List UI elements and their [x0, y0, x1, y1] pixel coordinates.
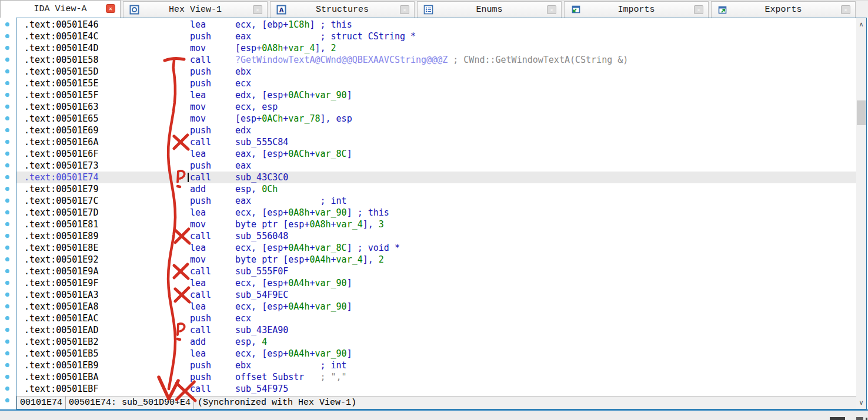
listing-row[interactable]: .text:00501E4Cpusheax ; struct CString *: [16, 31, 856, 42]
listing-row[interactable]: .text:00501E58call?GetWindowTextA@CWnd@@…: [16, 54, 856, 66]
listing-row[interactable]: .text:00501E5Dpushebx: [16, 66, 856, 78]
code-token: ecx, [esp+: [235, 207, 288, 218]
listing-row[interactable]: .text:00501E8Eleaecx, [esp+0A4h+var_8C] …: [16, 242, 856, 254]
number-token: var_8C: [315, 243, 346, 253]
row-operands: edx, [esp+0ACh+var_90]: [235, 89, 352, 101]
gutter-dot-icon: [5, 81, 9, 85]
row-mnemonic: call: [190, 324, 235, 336]
disassembly-main: .text:00501E46leaecx, [ebp+1C8h] ; this.…: [16, 18, 856, 409]
listing-row[interactable]: .text:00501EA8leaecx, [esp+0A4h+var_90]: [16, 301, 856, 313]
number-token: var_90: [315, 301, 346, 312]
row-operands: eax ; struct CString *: [235, 31, 416, 42]
listing-row[interactable]: .text:00501E74callsub_43C3C0: [16, 172, 856, 183]
listing-row[interactable]: .text:00501E6Acallsub_555C84: [16, 136, 856, 148]
gutter-dot-icon: [5, 293, 9, 297]
number-token: 0ACh: [288, 149, 309, 159]
tab-close-icon[interactable]: ✕: [547, 5, 556, 14]
listing-row[interactable]: .text:00501EBFcallsub_54F975: [16, 383, 856, 395]
scroll-down-icon[interactable]: ∨: [856, 398, 866, 408]
vertical-scrollbar[interactable]: ∧ ∨: [856, 18, 866, 409]
number-token: var_78: [288, 113, 320, 124]
number-token: 1C8h: [288, 19, 309, 30]
row-mnemonic: call: [190, 136, 235, 148]
row-address: .text:00501E81: [16, 219, 190, 230]
row-mnemonic: lea: [190, 148, 235, 160]
listing-row[interactable]: .text:00501EADcallsub_43EA90: [16, 324, 856, 336]
listing-row[interactable]: .text:00501EBApushoffset Substr ; ",": [16, 371, 856, 383]
tab-close-icon[interactable]: ✕: [400, 5, 409, 14]
listing-row[interactable]: .text:00501E73pusheax: [16, 160, 856, 172]
listing-row[interactable]: .text:00501E4Dmov[esp+0A8h+var_4], 2: [16, 42, 856, 54]
tab-label: IDA View-A: [34, 4, 86, 14]
status-sync-text: (Synchronized with Hex View-1): [194, 397, 360, 409]
number-token: 4: [262, 337, 267, 347]
listing-row[interactable]: .text:00501E81movbyte ptr [esp+0A8h+var_…: [16, 219, 856, 230]
listing-row[interactable]: .text:00501EB9pushebx ; int: [16, 359, 856, 371]
row-address: .text:00501E7D: [16, 207, 190, 219]
tab-close-icon[interactable]: ✕: [694, 5, 703, 14]
row-address: .text:00501E7C: [16, 195, 190, 207]
import-name: ?GetWindowTextA@CWnd@@QBEXAAVCString@@@Z: [235, 55, 448, 65]
code-token: ebx: [235, 66, 251, 77]
row-mnemonic: call: [190, 289, 235, 301]
status-address: 00101E74: [20, 398, 62, 408]
row-operands: sub_555C84: [235, 136, 288, 148]
listing-row[interactable]: .text:00501E7Dleaecx, [esp+0A8h+var_90] …: [16, 207, 856, 219]
scrollbar-thumb[interactable]: [857, 100, 866, 125]
enums-icon: [423, 5, 433, 15]
gutter-dot-icon: [5, 152, 9, 156]
tab-close-icon[interactable]: ✕: [253, 5, 262, 14]
listing-row[interactable]: .text:00501E46leaecx, [ebp+1C8h] ; this: [16, 19, 856, 31]
gutter-dot-icon: [5, 222, 9, 226]
listing-row[interactable]: .text:00501EB5leaecx, [esp+0A4h+var_90]: [16, 348, 856, 359]
tab-imports[interactable]: Imports✕: [564, 1, 709, 18]
row-address: .text:00501E9F: [16, 277, 190, 289]
row-address: .text:00501E4D: [16, 42, 190, 54]
scroll-up-icon[interactable]: ∧: [856, 19, 866, 29]
code-token: ]: [347, 301, 352, 312]
listing-row[interactable]: .text:00501E9Acallsub_555F0F: [16, 266, 856, 277]
tab-ida-view-a[interactable]: IDA View-A✕: [0, 0, 121, 18]
listing-row[interactable]: .text:00501EA3callsub_54F9EC: [16, 289, 856, 301]
code-token: offset Substr: [235, 372, 304, 382]
gutter-dot-icon: [5, 116, 9, 120]
exports-icon: [717, 5, 727, 15]
tab-structures[interactable]: AStructures✕: [270, 1, 415, 18]
listing-row[interactable]: .text:00501EACpushecx: [16, 313, 856, 324]
gutter-dot-icon: [5, 58, 9, 62]
row-mnemonic: push: [190, 359, 235, 371]
listing-row[interactable]: .text:00501E63movecx, esp: [16, 101, 856, 113]
tab-hex-view-1[interactable]: Hex View-1✕: [123, 1, 268, 18]
code-token: edx, [esp+: [235, 90, 288, 100]
code-token: ]: [347, 207, 352, 218]
listing-row[interactable]: .text:00501E89callsub_556048: [16, 230, 856, 242]
listing-row[interactable]: .text:00501E9Fleaecx, [esp+0A4h+var_90]: [16, 277, 856, 289]
tab-exports[interactable]: Exports✕: [711, 1, 856, 18]
listing-row[interactable]: .text:00501E65mov[esp+0ACh+var_78], esp: [16, 113, 856, 125]
listing-row[interactable]: .text:00501E5Fleaedx, [esp+0ACh+var_90]: [16, 89, 856, 101]
listing-row[interactable]: .text:00501E69pushedx: [16, 125, 856, 136]
row-address: .text:00501E46: [16, 19, 190, 31]
row-address: .text:00501E58: [16, 54, 190, 66]
listing-row[interactable]: .text:00501E92movbyte ptr [esp+0A4h+var_…: [16, 254, 856, 266]
listing-row[interactable]: .text:00501E7Cpusheax ; int: [16, 195, 856, 207]
tab-label: Hex View-1: [169, 5, 222, 15]
listing-row[interactable]: .text:00501EB2addesp, 4: [16, 336, 856, 348]
listing-row[interactable]: .text:00501E5Epushecx: [16, 78, 856, 89]
row-operands: ecx: [235, 313, 251, 324]
row-operands: ecx: [235, 78, 251, 89]
comment: ; CWnd::GetWindowTextA(CString &): [453, 55, 628, 65]
code-token: esp,: [235, 184, 262, 194]
listing-row[interactable]: .text:00501E6Fleaeax, [esp+0ACh+var_8C]: [16, 148, 856, 160]
listing-row[interactable]: .text:00501E79addesp, 0Ch: [16, 183, 856, 195]
code-token: ecx, [esp+: [235, 278, 288, 288]
number-token: 0A8h: [288, 207, 309, 218]
row-mnemonic: push: [190, 371, 235, 383]
disassembly-listing[interactable]: .text:00501E46leaecx, [ebp+1C8h] ; this.…: [16, 18, 856, 396]
tab-close-icon[interactable]: ✕: [106, 4, 115, 13]
tab-enums[interactable]: Enums✕: [417, 1, 562, 18]
svg-text:A: A: [279, 7, 284, 14]
number-token: var_90: [315, 90, 346, 100]
row-mnemonic: push: [190, 125, 235, 136]
tab-close-icon[interactable]: ✕: [841, 5, 850, 14]
